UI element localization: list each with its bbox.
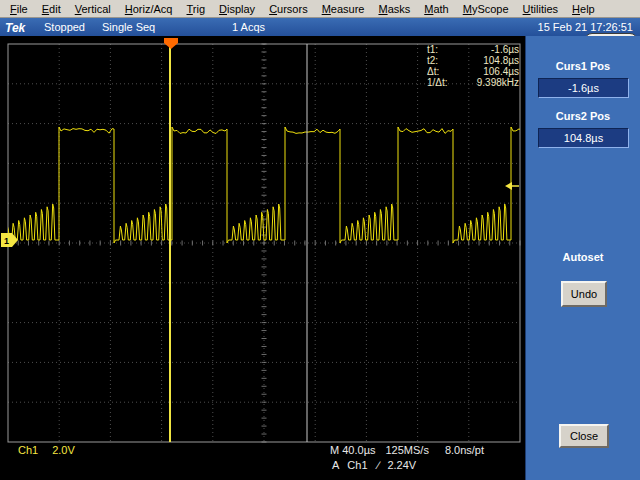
- menu-edit[interactable]: Edit: [35, 2, 68, 16]
- undo-button[interactable]: Undo: [561, 281, 607, 307]
- trigger-bus: A: [332, 459, 339, 471]
- trigger-source: Ch1: [347, 459, 367, 471]
- t1-value: -1.6µs: [491, 44, 519, 55]
- autoset-label: Autoset: [526, 251, 640, 263]
- ch1-label: Ch1: [18, 444, 38, 456]
- dt-label: Δt:: [427, 66, 439, 77]
- graticule: 1: [0, 36, 525, 480]
- horizontal-readout: M 40.0µs125MS/s8.0ns/pt: [330, 444, 484, 456]
- timebase: M 40.0µs: [330, 444, 375, 456]
- cursor2-pos-label: Curs2 Pos: [526, 110, 640, 122]
- menu-masks[interactable]: Masks: [371, 2, 417, 16]
- inv-dt-value: 9.398kHz: [477, 77, 519, 88]
- readout-row-inv-dt: 1/Δt: 9.398kHz: [427, 77, 519, 88]
- cursor2-pos-value[interactable]: 104.8µs: [538, 128, 629, 148]
- menu-utilities[interactable]: Utilities: [516, 2, 565, 16]
- menu-horiz-acq[interactable]: Horiz/Acq: [118, 2, 180, 16]
- menu-file[interactable]: File: [3, 2, 35, 16]
- close-button[interactable]: Close: [559, 424, 609, 448]
- datetime: 15 Feb 21 17:26:51: [538, 21, 633, 33]
- dt-value: 106.4µs: [483, 66, 519, 77]
- menu-bar: FileEditVerticalHoriz/AcqTrigDisplayCurs…: [0, 0, 640, 18]
- cursor1-pos-label: Curs1 Pos: [526, 60, 640, 72]
- sample-rate: 125MS/s: [385, 444, 428, 456]
- cursor-readout: t1: -1.6µs t2: 104.8µs Δt: 106.4µs 1/Δt:…: [427, 44, 519, 88]
- status-bar: Tek Stopped Single Seq 1 Acqs 15 Feb 21 …: [0, 18, 640, 36]
- t2-label: t2:: [427, 55, 438, 66]
- t1-label: t1:: [427, 44, 438, 55]
- readout-row-t1: t1: -1.6µs: [427, 44, 519, 55]
- menu-myscope[interactable]: MyScope: [456, 2, 516, 16]
- menu-cursors[interactable]: Cursors: [262, 2, 315, 16]
- left-arrow-icon: [505, 182, 512, 190]
- menu-display[interactable]: Display: [212, 2, 262, 16]
- acquisition-state: Stopped: [44, 21, 85, 33]
- menu-math[interactable]: Math: [417, 2, 455, 16]
- ch1-marker-label: 1: [4, 236, 9, 246]
- menu-help[interactable]: Help: [565, 2, 602, 16]
- acquisition-count: 1 Acqs: [232, 21, 265, 33]
- record-resolution: 8.0ns/pt: [445, 444, 484, 456]
- display-area: 1 t1: -1.6µs t2: 104.8µs Δt: 106.4µs 1/Δ…: [0, 36, 525, 480]
- control-panel: Curs1 Pos -1.6µs Curs2 Pos 104.8µs Autos…: [525, 36, 640, 480]
- menu-trig[interactable]: Trig: [180, 2, 213, 16]
- channel-readout: Ch12.0V: [18, 444, 75, 456]
- readout-row-dt: Δt: 106.4µs: [427, 66, 519, 77]
- cursor1-pos-value[interactable]: -1.6µs: [538, 78, 629, 98]
- ch1-scale: 2.0V: [52, 444, 75, 456]
- trigger-level: 2.24V: [387, 459, 416, 471]
- trigger-position-marker[interactable]: [164, 38, 178, 49]
- inv-dt-label: 1/Δt:: [427, 77, 448, 88]
- tek-logo: Tek: [5, 21, 25, 35]
- t2-value: 104.8µs: [483, 55, 519, 66]
- ch1-waveform: [0, 127, 525, 243]
- trigger-readout: ACh1∕2.24V: [332, 459, 416, 471]
- menu-vertical[interactable]: Vertical: [68, 2, 118, 16]
- acquisition-mode: Single Seq: [102, 21, 155, 33]
- trigger-slope-icon: ∕: [378, 459, 380, 471]
- readout-row-t2: t2: 104.8µs: [427, 55, 519, 66]
- menu-measure[interactable]: Measure: [315, 2, 372, 16]
